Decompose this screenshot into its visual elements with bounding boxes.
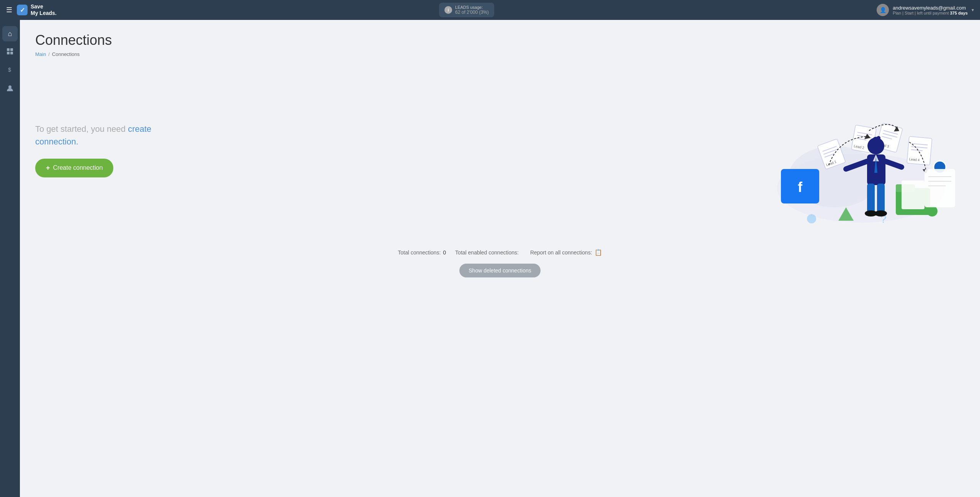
svg-rect-1	[10, 48, 13, 51]
sidebar-item-account[interactable]	[2, 81, 18, 97]
user-avatar: 👤	[877, 4, 889, 16]
hero-container: To get started, you need create connecti…	[35, 69, 965, 230]
topnav-left: ☰ ✓ Save My Leads.	[6, 3, 57, 16]
svg-rect-50	[867, 184, 875, 214]
hamburger-menu[interactable]: ☰	[6, 6, 12, 14]
svg-point-5	[8, 85, 11, 89]
sidebar-item-home[interactable]: ⌂	[2, 26, 18, 41]
main-content: Connections Main / Connections To get st…	[20, 20, 980, 497]
report-connections: Report on all connections: 📋	[530, 249, 602, 256]
svg-point-44	[877, 136, 880, 140]
stats-row: Total connections: 0 Total enabled conne…	[398, 249, 602, 256]
create-connection-button[interactable]: + Create connection	[35, 159, 113, 177]
hero-left: To get started, you need create connecti…	[35, 107, 196, 193]
page-title: Connections	[35, 32, 965, 48]
logo-text: Save My Leads.	[31, 3, 57, 16]
leads-usage-badge[interactable]: i LEADS usage: 62 of 2'000 (3%)	[439, 3, 494, 17]
home-icon: ⌂	[8, 30, 12, 38]
dollar-icon: $	[7, 66, 13, 75]
grid-icon	[6, 48, 14, 57]
leads-usage-text: LEADS usage: 62 of 2'000 (3%)	[455, 5, 489, 15]
breadcrumb-separator: /	[48, 51, 50, 57]
svg-rect-3	[10, 52, 13, 54]
breadcrumb: Main / Connections	[35, 51, 965, 57]
svg-point-53	[875, 210, 887, 217]
report-icon[interactable]: 📋	[595, 249, 602, 256]
topnav: ☰ ✓ Save My Leads. i LEADS usage: 62 of …	[0, 0, 980, 20]
show-deleted-button[interactable]: Show deleted connections	[459, 264, 540, 277]
chevron-down-icon[interactable]: ▾	[972, 7, 974, 13]
hero-illustration: f ?	[758, 69, 965, 230]
illustration-svg: f ?	[758, 69, 965, 230]
svg-point-17	[807, 214, 816, 223]
svg-rect-2	[7, 52, 10, 54]
svg-text:$: $	[8, 67, 11, 73]
svg-rect-0	[7, 48, 10, 51]
logo: ✓ Save My Leads.	[17, 3, 57, 16]
logo-icon: ✓	[17, 5, 28, 15]
svg-point-15	[927, 206, 938, 217]
sidebar: ⌂ $	[0, 20, 20, 497]
total-connections: Total connections: 0	[398, 249, 446, 256]
svg-rect-13	[902, 180, 924, 209]
plus-icon: +	[46, 164, 50, 172]
breadcrumb-main-link[interactable]: Main	[35, 51, 46, 57]
topnav-right: 👤 andrewsavemyleads@gmail.com Plan | Sta…	[877, 4, 974, 16]
footer-stats: Total connections: 0 Total enabled conne…	[35, 249, 965, 277]
info-icon: i	[444, 6, 452, 14]
sidebar-item-integrations[interactable]	[2, 44, 18, 60]
person-icon	[7, 85, 13, 93]
topnav-center: i LEADS usage: 62 of 2'000 (3%)	[439, 3, 494, 17]
logo-check: ✓	[20, 7, 25, 14]
hero-text: To get started, you need create connecti…	[35, 123, 196, 148]
svg-rect-51	[877, 184, 885, 214]
total-enabled-connections: Total enabled connections:	[455, 249, 521, 256]
svg-rect-54	[924, 169, 955, 207]
breadcrumb-current: Connections	[52, 51, 80, 57]
user-info: andrewsavemyleads@gmail.com Plan | Start…	[893, 5, 968, 15]
sidebar-item-billing[interactable]: $	[2, 63, 18, 78]
svg-text:f: f	[798, 179, 803, 195]
